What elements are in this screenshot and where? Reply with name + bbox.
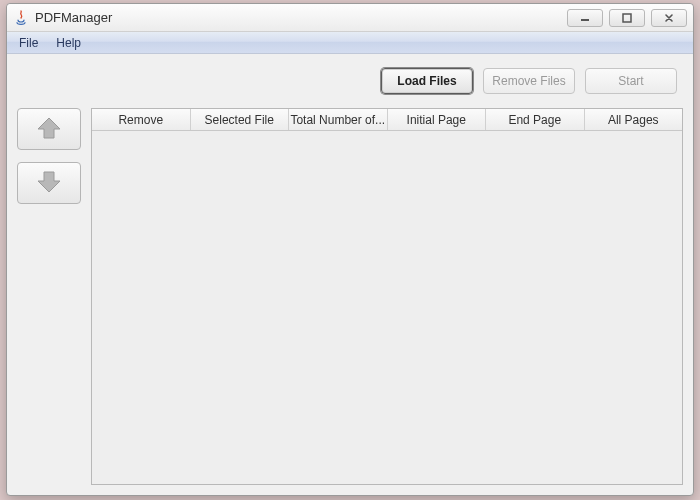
table-body	[92, 131, 682, 484]
col-remove[interactable]: Remove	[92, 109, 191, 130]
col-total-number[interactable]: Total Number of...	[289, 109, 388, 130]
app-window: PDFManager File Help Load Files Remove F…	[6, 3, 694, 496]
content-area: Load Files Remove Files Start	[7, 54, 693, 495]
table-header: Remove Selected File Total Number of... …	[92, 109, 682, 131]
action-row: Load Files Remove Files Start	[17, 62, 683, 94]
col-initial-page[interactable]: Initial Page	[388, 109, 487, 130]
move-down-button[interactable]	[17, 162, 81, 204]
remove-files-button[interactable]: Remove Files	[483, 68, 575, 94]
menu-help[interactable]: Help	[48, 34, 89, 52]
col-end-page[interactable]: End Page	[486, 109, 585, 130]
titlebar: PDFManager	[7, 4, 693, 32]
close-button[interactable]	[651, 9, 687, 27]
move-up-button[interactable]	[17, 108, 81, 150]
svg-rect-1	[623, 14, 631, 22]
java-icon	[13, 10, 29, 26]
menubar: File Help	[7, 32, 693, 54]
load-files-button[interactable]: Load Files	[381, 68, 473, 94]
col-selected-file[interactable]: Selected File	[191, 109, 290, 130]
arrow-down-icon	[34, 169, 64, 198]
window-title: PDFManager	[35, 10, 567, 25]
reorder-controls	[17, 108, 81, 485]
col-all-pages[interactable]: All Pages	[585, 109, 683, 130]
start-button[interactable]: Start	[585, 68, 677, 94]
maximize-button[interactable]	[609, 9, 645, 27]
menu-file[interactable]: File	[11, 34, 46, 52]
svg-rect-0	[581, 19, 589, 21]
arrow-up-icon	[34, 115, 64, 144]
files-table: Remove Selected File Total Number of... …	[91, 108, 683, 485]
window-controls	[567, 9, 687, 27]
minimize-button[interactable]	[567, 9, 603, 27]
main-row: Remove Selected File Total Number of... …	[17, 108, 683, 485]
